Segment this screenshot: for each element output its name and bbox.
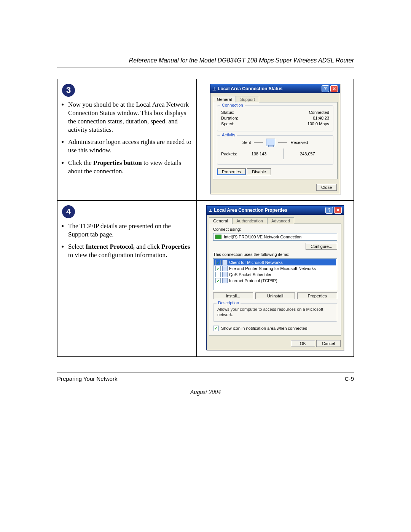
nic-icon <box>215 235 221 239</box>
step4-bullet-1: The TCP/IP details are presented on the … <box>68 222 193 239</box>
tab-authentication[interactable]: Authentication <box>232 217 267 224</box>
checkbox-icon[interactable] <box>215 272 221 277</box>
service-icon <box>222 272 228 277</box>
protocol-icon <box>222 278 228 283</box>
footer-page: C-9 <box>345 375 354 382</box>
description-text: Allows your computer to access resources… <box>217 307 333 318</box>
duration-label: Duration: <box>221 116 238 120</box>
duration-value: 01:40:23 <box>313 116 329 120</box>
show-icon-checkbox[interactable]: ✔ Show icon in notification area when co… <box>213 326 337 331</box>
tab-general[interactable]: General <box>213 96 236 102</box>
description-group: Description Allows your computer to acce… <box>213 303 337 322</box>
network-icon: ⊥ <box>212 86 216 91</box>
packets-sent: 138,143 <box>237 152 280 156</box>
disable-button[interactable]: Disable <box>247 168 271 175</box>
adapter-field[interactable]: Intel(R) PRO/100 VE Network Connection <box>213 233 337 241</box>
tab-general[interactable]: General <box>209 217 232 224</box>
received-label: Received <box>290 140 308 145</box>
step4-bullet-2: Select Internet Protocol, and click Prop… <box>68 243 193 259</box>
activity-legend: Activity <box>220 133 237 137</box>
components-listbox[interactable]: ✔ Client for Microsoft Networks ✔ File a… <box>213 258 337 290</box>
list-item-client[interactable]: ✔ Client for Microsoft Networks <box>214 259 336 265</box>
cancel-button[interactable]: Cancel <box>316 340 341 347</box>
running-header: Reference Manual for the Model DG834GT 1… <box>57 57 354 67</box>
step3-text-cell: 3 Now you should be at the Local Area Ne… <box>57 79 197 201</box>
step4-screenshot-cell: ⊥ Local Area Connection Properties ? ✕ G… <box>197 201 354 357</box>
speed-label: Speed: <box>221 121 234 126</box>
status-dialog: ⊥ Local Area Connection Status ? ✕ Gener… <box>210 84 340 194</box>
configure-button[interactable]: Configure... <box>306 243 337 250</box>
speed-value: 100.0 Mbps <box>307 121 329 126</box>
steps-table: 3 Now you should be at the Local Area Ne… <box>57 79 354 357</box>
footer-date: August 2004 <box>57 389 354 396</box>
step3-bullet-2: Administrator logon access rights are ne… <box>68 138 193 155</box>
sent-label: Sent <box>242 140 251 145</box>
connection-group: Connection Status:Connected Duration:01:… <box>217 105 333 131</box>
connect-using-label: Connect using: <box>213 227 337 232</box>
step3-screenshot-cell: ⊥ Local Area Connection Status ? ✕ Gener… <box>197 79 354 201</box>
close-button[interactable]: ✕ <box>330 85 338 92</box>
item-properties-button[interactable]: Properties <box>297 292 337 299</box>
checkbox-icon[interactable]: ✔ <box>215 278 221 283</box>
checkbox-icon[interactable]: ✔ <box>215 260 221 265</box>
install-button[interactable]: Install... <box>213 292 253 299</box>
properties-button[interactable]: Properties <box>217 168 246 175</box>
list-item-tcpip[interactable]: ✔ Internet Protocol (TCP/IP) <box>214 278 336 284</box>
items-label: This connection uses the following items… <box>213 252 337 257</box>
close-button[interactable]: ✕ <box>334 207 342 214</box>
tab-support[interactable]: Support <box>236 96 259 102</box>
client-icon <box>222 260 228 265</box>
close-dialog-button[interactable]: Close <box>316 184 337 191</box>
list-item-qos[interactable]: QoS Packet Scheduler <box>214 272 336 278</box>
uninstall-button[interactable]: Uninstall <box>255 292 295 299</box>
properties-dialog-titlebar[interactable]: ⊥ Local Area Connection Properties ? ✕ <box>207 206 344 215</box>
properties-dialog-title: Local Area Connection Properties <box>214 208 324 213</box>
status-value: Connected <box>309 110 329 115</box>
checkbox-icon[interactable]: ✔ <box>213 326 219 331</box>
status-dialog-title: Local Area Connection Status <box>218 86 320 91</box>
page-footer: Preparing Your Network C-9 <box>57 372 354 382</box>
adapter-name: Intel(R) PRO/100 VE Network Connection <box>224 235 301 239</box>
help-button[interactable]: ? <box>325 207 333 214</box>
ok-button[interactable]: OK <box>291 340 315 347</box>
step3-bullet-1: Now you should be at the Local Area Netw… <box>68 101 193 134</box>
footer-section: Preparing Your Network <box>57 375 117 382</box>
help-button[interactable]: ? <box>322 85 329 92</box>
step-badge-4: 4 <box>62 205 75 218</box>
packets-received: 243,057 <box>286 152 329 156</box>
tab-advanced[interactable]: Advanced <box>267 217 294 224</box>
network-icon: ⊥ <box>209 208 212 213</box>
status-dialog-titlebar[interactable]: ⊥ Local Area Connection Status ? ✕ <box>210 84 340 93</box>
computers-icon <box>266 139 275 146</box>
step-badge-3: 3 <box>62 84 75 97</box>
step4-text-cell: 4 The TCP/IP details are presented on th… <box>57 201 197 357</box>
list-item-fileprint[interactable]: ✔ File and Printer Sharing for Microsoft… <box>214 265 336 272</box>
connection-legend: Connection <box>220 103 245 107</box>
packets-label: Packets: <box>221 152 237 156</box>
step3-bullet-3: Click the Properties button to view deta… <box>68 159 193 176</box>
activity-group: Activity Sent Received <box>217 135 333 165</box>
description-legend: Description <box>217 300 241 305</box>
status-label: Status: <box>221 110 234 115</box>
service-icon <box>222 266 228 271</box>
properties-dialog: ⊥ Local Area Connection Properties ? ✕ G… <box>206 205 344 350</box>
checkbox-icon[interactable]: ✔ <box>215 266 221 271</box>
